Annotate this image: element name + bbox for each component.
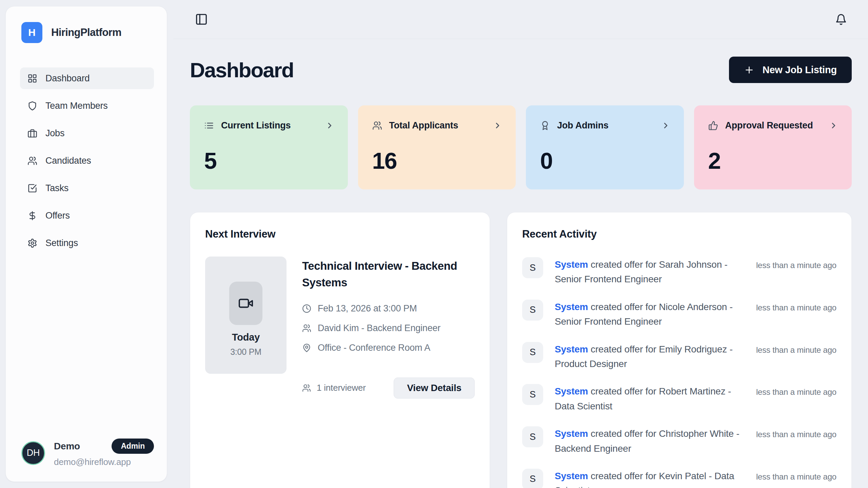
activity-actor: System [555,344,588,354]
activity-text: System created offer for Kevin Patel - D… [555,469,745,488]
clock-icon [302,304,311,313]
activity-actor: System [555,428,588,439]
sidebar-item-label: Team Members [45,101,108,111]
page-title: Dashboard [190,58,294,82]
stat-chevron [325,121,334,130]
interview-datetime-row: Feb 13, 2026 at 3:00 PM [302,303,475,314]
briefcase-icon [27,128,37,138]
interview-candidate-row: David Kim - Backend Engineer [302,323,475,333]
sidebar-item[interactable]: Offers [20,205,154,226]
interview-date-tile: Today 3:00 PM [205,257,287,374]
activity-item[interactable]: S System created offer for Sarah Johnson… [522,257,836,287]
activity-timestamp: less than a minute ago [756,469,836,482]
activity-actor: System [555,302,588,312]
thumbs-up-icon [708,121,718,130]
square-check-icon [27,183,37,193]
stat-card[interactable]: Approval Requested 2 [694,105,852,189]
layout-grid-icon [27,74,37,83]
activity-text: System created offer for Sarah Johnson -… [555,257,745,287]
activity-text: System created offer for Christopher Whi… [555,426,745,456]
activity-avatar: S [522,342,543,363]
map-pin-icon [302,343,311,352]
interview-day: Today [232,332,260,343]
stat-card[interactable]: Current Listings 5 [190,105,348,189]
interview-location-row: Office - Conference Room A [302,343,475,353]
new-job-listing-button[interactable]: New Job Listing [729,57,852,83]
sidebar-nav: Dashboard Team Members Jobs Candidates T… [6,67,167,254]
dollar-sign-icon [27,211,37,221]
activity-avatar: S [522,469,543,488]
activity-item[interactable]: S System created offer for Christopher W… [522,426,836,456]
sidebar: H HiringPlatform Dashboard Team Members … [5,6,167,482]
stats-row: Current Listings 5 Total Applicants [190,105,852,189]
activity-text: System created offer for Robert Martinez… [555,384,745,413]
sidebar-item[interactable]: Candidates [20,150,154,171]
panel-left-icon [195,13,208,26]
activity-item[interactable]: S System created offer for Emily Rodrigu… [522,342,836,371]
stat-value: 16 [372,147,502,174]
interview-event-title: Technical Interview - Backend Systems [302,258,475,291]
brand-name: HiringPlatform [51,26,121,39]
activity-timestamp: less than a minute ago [756,300,836,312]
activity-timestamp: less than a minute ago [756,257,836,270]
gear-icon [27,238,37,248]
activity-item[interactable]: S System created offer for Kevin Patel -… [522,469,836,488]
award-icon [540,121,550,130]
sidebar-item[interactable]: Jobs [20,122,154,144]
stat-label: Job Admins [557,120,609,131]
interviewer-count: 1 interviewer [302,383,366,393]
brand: H HiringPlatform [6,6,167,43]
stat-chevron [829,121,838,130]
users-icon [27,156,37,166]
activity-actor: System [555,259,588,270]
interview-time: 3:00 PM [230,347,261,357]
activity-timestamp: less than a minute ago [756,426,836,439]
chevron-right-icon [829,121,838,130]
activity-avatar: S [522,300,543,321]
chevron-right-icon [325,121,334,130]
activity-item[interactable]: S System created offer for Robert Martin… [522,384,836,413]
sidebar-item[interactable]: Settings [20,232,154,254]
list-icon [204,121,214,130]
video-icon [238,296,254,311]
bell-icon [835,14,847,25]
stat-chevron [493,121,502,130]
activity-list: S System created offer for Sarah Johnson… [522,257,836,488]
stat-card[interactable]: Total Applicants 16 [358,105,516,189]
stat-label: Total Applicants [389,120,458,131]
content: Dashboard New Job Listing Current Listin… [173,39,868,488]
sidebar-item-label: Offers [45,210,70,221]
activity-avatar: S [522,426,543,447]
activity-item[interactable]: S System created offer for Nicole Anders… [522,300,836,329]
sidebar-item-label: Jobs [45,128,64,139]
recent-activity-title: Recent Activity [522,228,836,240]
stat-card[interactable]: Job Admins 0 [526,105,684,189]
stat-label: Approval Requested [725,120,813,131]
activity-timestamp: less than a minute ago [756,342,836,355]
user-email: demo@hireflow.app [54,457,154,467]
stat-label: Current Listings [221,120,291,131]
sidebar-item[interactable]: Tasks [20,177,154,199]
stat-chevron [661,121,670,130]
users-icon [372,121,382,130]
sidebar-item[interactable]: Dashboard [20,67,154,89]
sidebar-item-label: Candidates [45,156,91,166]
view-details-button[interactable]: View Details [394,378,475,399]
sidebar-item-label: Dashboard [45,73,90,84]
user-name: Demo [54,441,80,452]
video-tile [229,282,262,325]
sidebar-item-label: Settings [45,238,78,248]
sidebar-item[interactable]: Team Members [20,95,154,117]
user-profile[interactable]: DH Demo Admin demo@hireflow.app [21,439,154,467]
next-interview-panel: Next Interview Today 3:00 PM Technical I… [190,212,490,488]
role-badge: Admin [112,439,154,454]
activity-actor: System [555,471,588,481]
sidebar-item-label: Tasks [45,183,68,194]
activity-text: System created offer for Emily Rodriguez… [555,342,745,371]
activity-avatar: S [522,384,543,405]
sidebar-toggle-button[interactable] [195,13,208,26]
users-icon [302,384,311,392]
recent-activity-panel: Recent Activity S System created offer f… [507,212,852,488]
chevron-right-icon [493,121,502,130]
notifications-button[interactable] [835,14,847,25]
